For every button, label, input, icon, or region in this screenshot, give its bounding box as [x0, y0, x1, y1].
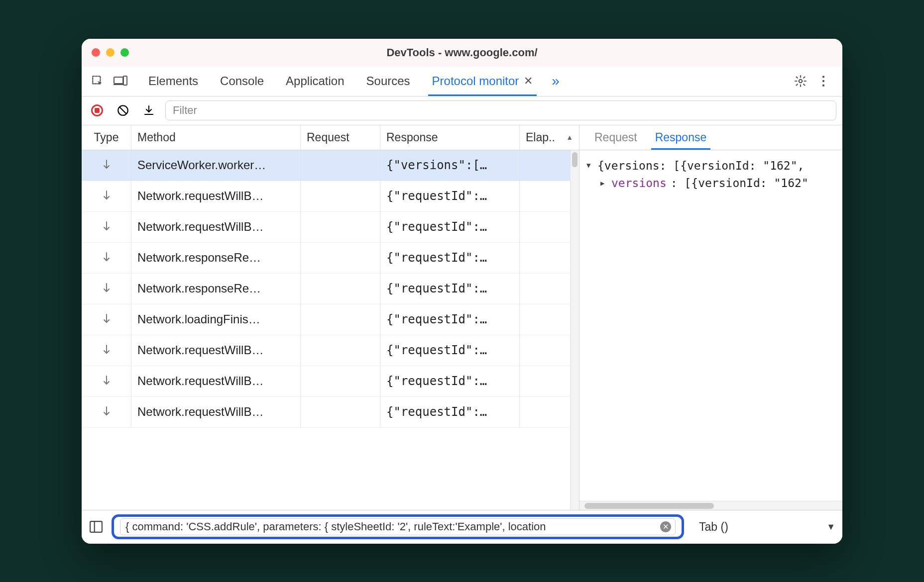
type-cell	[82, 335, 131, 366]
svg-point-3	[799, 80, 803, 83]
method-cell: Network.requestWillB…	[131, 366, 301, 396]
command-input-highlight: { command: 'CSS.addRule', parameters: { …	[112, 514, 684, 539]
table-row[interactable]: Network.requestWillB…{"requestId":…	[82, 397, 579, 428]
request-cell	[301, 366, 380, 396]
record-button[interactable]	[88, 101, 107, 120]
col-request-header[interactable]: Request	[301, 125, 380, 150]
col-elapsed-label: Elap..	[526, 131, 555, 144]
type-cell	[82, 212, 131, 242]
more-options-icon[interactable]	[812, 70, 834, 92]
details-pane: Request Response ▼ {versions: [{versionI…	[579, 125, 842, 510]
drawer-dropdown-icon[interactable]: ▼	[826, 522, 835, 532]
json-text: {versions: [{versionId: "162",	[597, 157, 804, 175]
panels-tabbar: Elements Console Application Sources Pro…	[82, 67, 842, 97]
response-cell: {"requestId":…	[380, 366, 520, 396]
response-cell: {"versions":[…	[380, 150, 520, 181]
method-cell: Network.requestWillB…	[131, 335, 301, 366]
type-cell	[82, 243, 131, 273]
titlebar: DevTools - www.google.com/	[82, 39, 842, 67]
svg-point-4	[822, 76, 824, 78]
tab-label: Application	[286, 74, 344, 88]
request-cell	[301, 243, 380, 273]
minimize-window-button[interactable]	[106, 48, 115, 57]
close-window-button[interactable]	[92, 48, 100, 57]
tab-console[interactable]: Console	[209, 67, 275, 96]
vertical-scrollbar[interactable]	[570, 150, 579, 510]
table-row[interactable]: Network.loadingFinis…{"requestId":…	[82, 304, 579, 335]
json-text: : [{versionId: "162"	[671, 175, 808, 193]
table-row[interactable]: ServiceWorker.worker…{"versions":[…	[82, 150, 579, 181]
main-area: Type Method Request Response Elap.. ▲ Se…	[82, 125, 842, 510]
type-cell	[82, 397, 131, 427]
disclosure-triangle-icon[interactable]: ▼	[586, 160, 593, 171]
svg-point-5	[822, 80, 824, 82]
clear-input-icon[interactable]: ✕	[660, 521, 671, 532]
col-response-header[interactable]: Response	[380, 125, 520, 150]
table-row[interactable]: Network.responseRe…{"requestId":…	[82, 243, 579, 274]
request-cell	[301, 150, 380, 181]
clear-button[interactable]	[114, 101, 132, 120]
show-drawer-icon[interactable]	[89, 519, 104, 534]
incoming-arrow-icon	[102, 313, 111, 326]
incoming-arrow-icon	[102, 282, 111, 295]
drawer-footer: { command: 'CSS.addRule', parameters: { …	[82, 510, 842, 544]
table-row[interactable]: Network.requestWillB…{"requestId":…	[82, 366, 579, 397]
tab-elements[interactable]: Elements	[137, 67, 209, 96]
table-header: Type Method Request Response Elap.. ▲	[82, 125, 579, 150]
response-cell: {"requestId":…	[380, 181, 520, 211]
more-tabs-button[interactable]: »	[545, 73, 567, 89]
window-title: DevTools - www.google.com/	[82, 46, 842, 59]
settings-icon[interactable]	[790, 70, 811, 92]
inspect-element-icon[interactable]	[87, 70, 109, 92]
tab-label: Sources	[366, 74, 410, 88]
incoming-arrow-icon	[102, 190, 111, 202]
request-cell	[301, 304, 380, 335]
messages-table: Type Method Request Response Elap.. ▲ Se…	[82, 125, 579, 510]
request-cell	[301, 274, 380, 304]
request-cell	[301, 212, 380, 242]
disclosure-triangle-icon[interactable]: ▶	[600, 178, 607, 189]
filter-input[interactable]: Filter	[165, 100, 836, 120]
incoming-arrow-icon	[102, 344, 111, 357]
tab-readout: Tab ()	[699, 520, 728, 534]
command-input[interactable]: { command: 'CSS.addRule', parameters: { …	[120, 518, 676, 535]
tab-label: Protocol monitor	[432, 74, 519, 88]
tab-label: Elements	[148, 74, 198, 88]
type-cell	[82, 274, 131, 304]
col-type-header[interactable]: Type	[82, 125, 131, 150]
table-row[interactable]: Network.requestWillB…{"requestId":…	[82, 212, 579, 243]
tab-label: Console	[220, 74, 264, 88]
method-cell: Network.responseRe…	[131, 274, 301, 304]
protocol-toolbar: Filter	[82, 97, 842, 125]
device-toolbar-icon[interactable]	[110, 70, 131, 92]
details-tab-request[interactable]: Request	[586, 125, 645, 150]
filter-placeholder: Filter	[173, 104, 197, 117]
json-key: versions	[611, 175, 667, 193]
incoming-arrow-icon	[102, 159, 111, 172]
tab-sources[interactable]: Sources	[355, 67, 421, 96]
response-cell: {"requestId":…	[380, 397, 520, 427]
tab-protocol-monitor[interactable]: Protocol monitor ✕	[421, 67, 544, 96]
json-row[interactable]: ▶ versions: [{versionId: "162"	[586, 175, 835, 193]
zoom-window-button[interactable]	[120, 48, 129, 57]
table-row[interactable]: Network.responseRe…{"requestId":…	[82, 274, 579, 304]
col-elapsed-header[interactable]: Elap.. ▲	[520, 125, 579, 150]
horizontal-scrollbar[interactable]	[579, 501, 842, 510]
table-row[interactable]: Network.requestWillB…{"requestId":…	[82, 181, 579, 212]
method-cell: ServiceWorker.worker…	[131, 150, 301, 181]
save-button[interactable]	[139, 101, 158, 120]
incoming-arrow-icon	[102, 375, 111, 388]
col-method-header[interactable]: Method	[131, 125, 301, 150]
response-cell: {"requestId":…	[380, 304, 520, 335]
svg-point-6	[822, 85, 824, 87]
json-row[interactable]: ▼ {versions: [{versionId: "162",	[586, 157, 835, 175]
request-cell	[301, 335, 380, 366]
method-cell: Network.requestWillB…	[131, 397, 301, 427]
tab-application[interactable]: Application	[275, 67, 355, 96]
table-row[interactable]: Network.requestWillB…{"requestId":…	[82, 335, 579, 366]
method-cell: Network.requestWillB…	[131, 212, 301, 242]
details-tab-response[interactable]: Response	[647, 125, 715, 150]
response-cell: {"requestId":…	[380, 335, 520, 366]
close-tab-icon[interactable]: ✕	[524, 75, 533, 88]
response-json-view: ▼ {versions: [{versionId: "162", ▶ versi…	[579, 150, 842, 199]
